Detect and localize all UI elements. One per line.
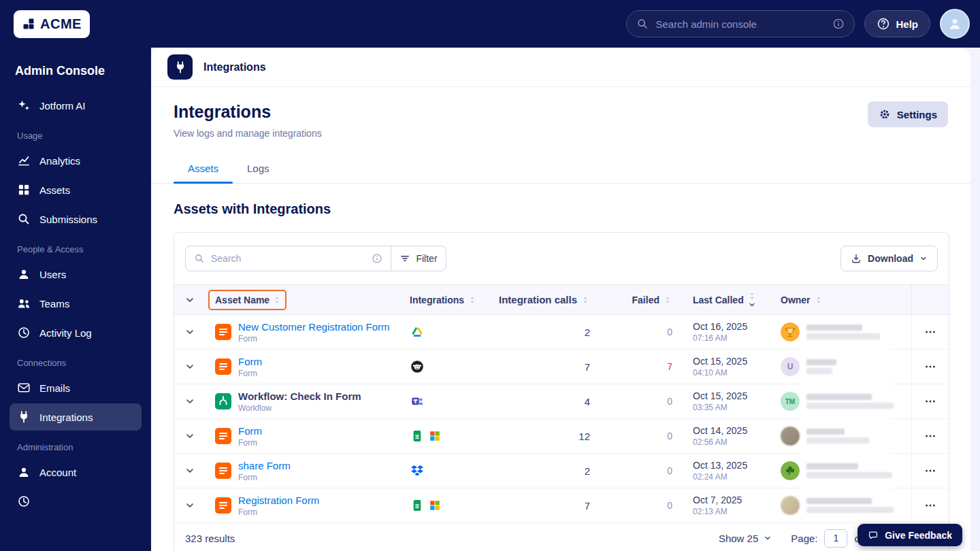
google-sheets-icon [410, 429, 425, 444]
search-filter-group: Filter [185, 246, 446, 271]
info-icon[interactable] [832, 18, 845, 30]
sidebar-title: Admin Console [10, 64, 142, 78]
sort-icon[interactable] [468, 295, 477, 305]
dropbox-icon [410, 463, 425, 478]
main-panel: Integrations Integrations View logs and … [151, 48, 970, 551]
column-header-last-called[interactable]: Last Called [681, 285, 777, 314]
failed-value: 0 [600, 488, 681, 522]
column-header-failed[interactable]: Failed [600, 285, 681, 314]
asset-name-link[interactable]: Registration Form [238, 495, 319, 506]
column-label: Integration calls [499, 294, 577, 305]
asset-name-link[interactable]: share Form [238, 460, 291, 471]
last-called-time: 02:13 AM [693, 507, 742, 516]
row-menu-button[interactable] [920, 461, 941, 481]
owner-avatar [781, 496, 800, 515]
column-header-integrations[interactable]: Integrations [395, 285, 477, 314]
asset-type: Form [238, 507, 319, 517]
asset-name-link[interactable]: Form [238, 356, 262, 367]
give-feedback-button[interactable]: Give Feedback [858, 524, 962, 546]
sort-icon[interactable] [272, 295, 282, 305]
sort-icon[interactable] [663, 295, 672, 305]
sidebar-item-assets[interactable]: Assets [10, 176, 142, 203]
asset-name-link[interactable]: Form [238, 425, 262, 437]
assets-list-card: Filter Download Asset Name Integrations [174, 232, 949, 551]
google-sheets-icon [410, 498, 425, 513]
acme-logo-icon [22, 17, 35, 31]
download-button[interactable]: Download [840, 246, 938, 271]
speech-bubble-icon [868, 530, 879, 541]
sidebar-item-label: Analytics [39, 155, 80, 167]
column-header-asset-name[interactable]: Asset Name [206, 285, 395, 314]
help-button[interactable]: Help [864, 10, 930, 37]
asset-name-link[interactable]: Workflow: Check In Form [238, 390, 361, 402]
acme-logo[interactable]: ACME [14, 10, 90, 38]
sidebar-section-connections: Connections [17, 358, 142, 368]
sidebar-item-emails[interactable]: Emails [10, 374, 142, 401]
redacted-owner-name [806, 359, 836, 374]
page-navigation: Page: of [791, 529, 863, 548]
sidebar-item-submissions[interactable]: Submissions [10, 205, 142, 233]
column-header-owner[interactable]: Owner [777, 285, 911, 314]
tab-logs[interactable]: Logs [233, 155, 284, 183]
redacted-owner-name [806, 324, 880, 339]
tab-bar: Assets Logs [151, 155, 970, 184]
expand-row-button[interactable] [181, 393, 199, 410]
filter-button[interactable]: Filter [391, 246, 446, 271]
sort-icon[interactable] [814, 295, 823, 305]
sidebar-item-cutoff[interactable] [10, 488, 142, 515]
row-menu-button[interactable] [920, 356, 941, 377]
form-asset-icon [215, 324, 231, 340]
help-button-label: Help [896, 18, 918, 30]
sidebar-item-teams[interactable]: Teams [10, 290, 142, 317]
sidebar-item-analytics[interactable]: Analytics [10, 147, 142, 174]
row-menu-button[interactable] [920, 426, 941, 446]
admin-search-input[interactable] [655, 18, 826, 30]
download-icon [851, 253, 862, 264]
asset-name-link[interactable]: New Customer Registration Form [238, 321, 390, 333]
sidebar-item-users[interactable]: Users [10, 261, 142, 288]
asset-type: Form [238, 438, 262, 448]
expand-row-button[interactable] [181, 427, 199, 445]
sidebar-item-integrations[interactable]: Integrations [10, 403, 142, 431]
sort-icon[interactable] [581, 295, 590, 305]
failed-value: 0 [600, 419, 681, 453]
last-called-time: 07:16 AM [693, 333, 747, 343]
page-label: Page: [791, 533, 817, 544]
column-header-integration-calls[interactable]: Integration calls [477, 285, 600, 314]
expand-row-button[interactable] [181, 497, 199, 514]
redaction-overlay [802, 316, 891, 517]
asset-type: Form [238, 473, 291, 482]
search-icon [636, 18, 649, 30]
sort-indicator-active[interactable] [747, 291, 757, 309]
google-drive-icon [410, 324, 425, 339]
expand-all-button[interactable] [181, 291, 199, 309]
last-called-time: 03:35 AM [693, 403, 747, 412]
tab-assets[interactable]: Assets [174, 155, 233, 183]
form-asset-icon [215, 463, 231, 479]
magnifier-icon [17, 212, 31, 226]
failed-value: 0 [600, 315, 681, 349]
table-search-input[interactable] [211, 253, 365, 264]
row-menu-button[interactable] [920, 391, 941, 412]
integration-calls-value: 4 [477, 384, 600, 418]
breadcrumb-label: Integrations [203, 61, 266, 73]
expand-row-button[interactable] [181, 358, 199, 375]
page-number-input[interactable] [824, 529, 847, 548]
table-search [185, 246, 391, 271]
page-size-select[interactable]: Show 25 [719, 533, 772, 544]
user-avatar[interactable] [940, 9, 970, 39]
expand-row-button[interactable] [181, 462, 199, 480]
row-menu-button[interactable] [920, 495, 941, 516]
last-called-time: 02:24 AM [693, 472, 747, 482]
last-called-date: Oct 13, 2025 [693, 460, 747, 471]
line-chart-icon [17, 154, 31, 167]
sidebar-item-jotform-ai[interactable]: Jotform AI [10, 92, 142, 119]
info-icon[interactable] [372, 253, 382, 264]
row-menu-button[interactable] [920, 322, 941, 342]
chevron-down-icon [764, 534, 772, 542]
sidebar-item-activity-log[interactable]: Activity Log [10, 319, 142, 346]
settings-button[interactable]: Settings [868, 101, 948, 127]
sidebar-item-account[interactable]: Account [10, 458, 142, 486]
failed-value: 0 [600, 384, 681, 418]
expand-row-button[interactable] [181, 323, 199, 341]
